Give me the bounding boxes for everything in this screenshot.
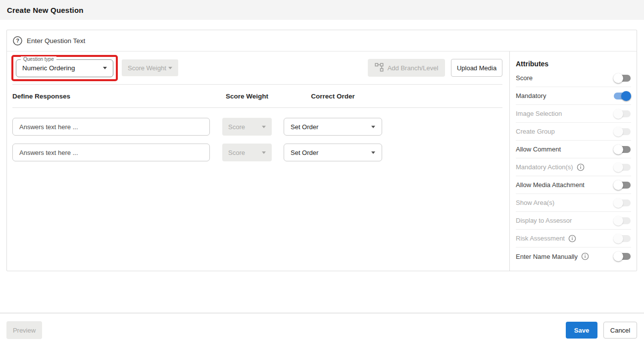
score-weight-select-value: Score Weight bbox=[128, 64, 166, 72]
set-order-value-1: Set Order bbox=[291, 123, 318, 131]
toggle-mandatory[interactable] bbox=[613, 91, 631, 101]
question-type-value: Numeric Ordering bbox=[22, 64, 75, 72]
preview-button: Preview bbox=[6, 321, 42, 339]
toggle-allow-media-attachment[interactable] bbox=[613, 180, 631, 190]
attribute-row-enter-name-manually: Enter Name Manually bbox=[516, 247, 631, 265]
attribute-label-score: Score bbox=[516, 74, 533, 82]
attribute-row-show-area-s: Show Area(s) bbox=[516, 194, 631, 212]
toggle-image-selection bbox=[613, 109, 631, 119]
toggle-knob bbox=[613, 180, 623, 190]
toggle-knob bbox=[613, 127, 623, 137]
question-type-select[interactable]: Question type Numeric Ordering bbox=[16, 59, 113, 77]
toggle-create-group bbox=[613, 127, 631, 137]
attribute-label-create-group: Create Group bbox=[516, 128, 555, 135]
attribute-label-risk-assessment: Risk Assessment bbox=[516, 235, 565, 242]
attribute-label-mandatory: Mandatory bbox=[516, 92, 546, 99]
attribute-row-image-selection: Image Selection bbox=[516, 105, 631, 123]
question-editor-card: ? Enter Question Text Question type Nume… bbox=[6, 30, 637, 271]
toggle-knob bbox=[613, 251, 623, 261]
toggle-knob bbox=[613, 145, 623, 154]
chevron-down-icon bbox=[262, 126, 266, 128]
add-branch-level-button: Add Branch/Level bbox=[368, 59, 445, 77]
question-text-row[interactable]: ? Enter Question Text bbox=[7, 30, 637, 51]
score-select-value-1: Score bbox=[228, 123, 245, 131]
toggle-mandatory-action-s bbox=[613, 162, 631, 172]
attributes-list: Score Mandatory Image Selection Create G… bbox=[516, 69, 631, 265]
attribute-label-display-to-assessor: Display to Assessor bbox=[516, 217, 572, 224]
toggle-enter-name-manually[interactable] bbox=[613, 251, 631, 261]
branch-hierarchy-icon bbox=[375, 63, 384, 73]
toggle-knob bbox=[613, 198, 623, 208]
score-select-value-2: Score bbox=[228, 149, 245, 156]
info-icon[interactable] bbox=[577, 163, 585, 171]
upload-media-button[interactable]: Upload Media bbox=[451, 59, 502, 77]
svg-text:?: ? bbox=[16, 38, 19, 44]
chevron-down-icon bbox=[262, 151, 266, 154]
toggle-knob bbox=[613, 162, 623, 172]
attribute-row-display-to-assessor: Display to Assessor bbox=[516, 212, 631, 230]
attribute-row-score: Score bbox=[516, 69, 631, 87]
enter-question-text-label: Enter Question Text bbox=[27, 37, 85, 45]
set-order-select-2[interactable]: Set Order bbox=[284, 144, 382, 161]
chevron-down-icon bbox=[371, 151, 375, 154]
card-body: Question type Numeric Ordering Score Wei… bbox=[7, 51, 637, 271]
response-row-1: Score Set Order bbox=[12, 118, 502, 136]
toggle-knob bbox=[613, 109, 623, 119]
correct-order-column-header: Correct Order bbox=[284, 93, 382, 100]
attribute-label-mandatory-action-s: Mandatory Action(s) bbox=[516, 163, 573, 171]
toggle-show-area-s bbox=[613, 198, 631, 208]
toggle-display-to-assessor bbox=[613, 216, 631, 226]
score-weight-select: Score Weight bbox=[122, 59, 178, 76]
attribute-label-allow-media-attachment: Allow Media Attachment bbox=[516, 181, 585, 189]
toggle-allow-comment[interactable] bbox=[613, 145, 631, 154]
toggle-score[interactable] bbox=[613, 73, 631, 83]
attribute-label-show-area-s: Show Area(s) bbox=[516, 199, 554, 206]
responses-list: Score Set Order Score Set Ord bbox=[12, 108, 502, 161]
page-title: Create New Question bbox=[7, 6, 84, 14]
attributes-title: Attributes bbox=[516, 60, 631, 68]
response-row-2: Score Set Order bbox=[12, 144, 502, 161]
attribute-label-image-selection: Image Selection bbox=[516, 110, 562, 117]
toggle-knob bbox=[613, 234, 623, 244]
attribute-row-allow-media-attachment: Allow Media Attachment bbox=[516, 176, 631, 194]
footer: Preview Save Cancel bbox=[0, 313, 644, 339]
attribute-row-create-group: Create Group bbox=[516, 123, 631, 141]
toggle-knob bbox=[621, 91, 631, 101]
page-header: Create New Question bbox=[0, 0, 644, 20]
score-select-2: Score bbox=[222, 144, 272, 161]
attribute-row-mandatory: Mandatory bbox=[516, 87, 631, 105]
add-branch-level-label: Add Branch/Level bbox=[388, 64, 439, 72]
chevron-down-icon bbox=[371, 126, 375, 128]
answer-text-input-2[interactable] bbox=[12, 144, 210, 161]
question-circle-icon: ? bbox=[13, 36, 22, 46]
toolbar: Question type Numeric Ordering Score Wei… bbox=[12, 51, 502, 84]
responses-header-row: Define Responses Score Weight Correct Or… bbox=[12, 85, 502, 108]
toggle-knob bbox=[613, 216, 623, 226]
attribute-row-risk-assessment: Risk Assessment bbox=[516, 230, 631, 247]
attributes-panel: Attributes Score Mandatory Image Selecti… bbox=[509, 51, 637, 271]
score-select-1: Score bbox=[222, 118, 272, 136]
attribute-label-allow-comment: Allow Comment bbox=[516, 146, 561, 153]
attribute-row-allow-comment: Allow Comment bbox=[516, 141, 631, 158]
highlight-box: Question type Numeric Ordering bbox=[11, 55, 118, 81]
chevron-down-icon bbox=[103, 67, 107, 69]
score-weight-column-header: Score Weight bbox=[222, 93, 272, 100]
info-icon[interactable] bbox=[568, 235, 576, 243]
cancel-button[interactable]: Cancel bbox=[603, 322, 637, 339]
attribute-label-enter-name-manually: Enter Name Manually bbox=[516, 253, 578, 260]
chevron-down-icon bbox=[168, 67, 172, 69]
toggle-risk-assessment bbox=[613, 234, 631, 244]
save-button[interactable]: Save bbox=[566, 322, 597, 339]
attribute-row-mandatory-action-s: Mandatory Action(s) bbox=[516, 158, 631, 176]
set-order-select-1[interactable]: Set Order bbox=[284, 118, 382, 136]
set-order-value-2: Set Order bbox=[291, 149, 318, 156]
info-icon[interactable] bbox=[581, 252, 589, 260]
answer-text-input-1[interactable] bbox=[12, 118, 210, 136]
main-column: Question type Numeric Ordering Score Wei… bbox=[7, 51, 509, 271]
define-responses-header: Define Responses bbox=[12, 93, 210, 100]
question-type-floating-label: Question type bbox=[21, 56, 56, 62]
upload-media-label: Upload Media bbox=[457, 64, 496, 72]
toggle-knob bbox=[613, 73, 623, 83]
